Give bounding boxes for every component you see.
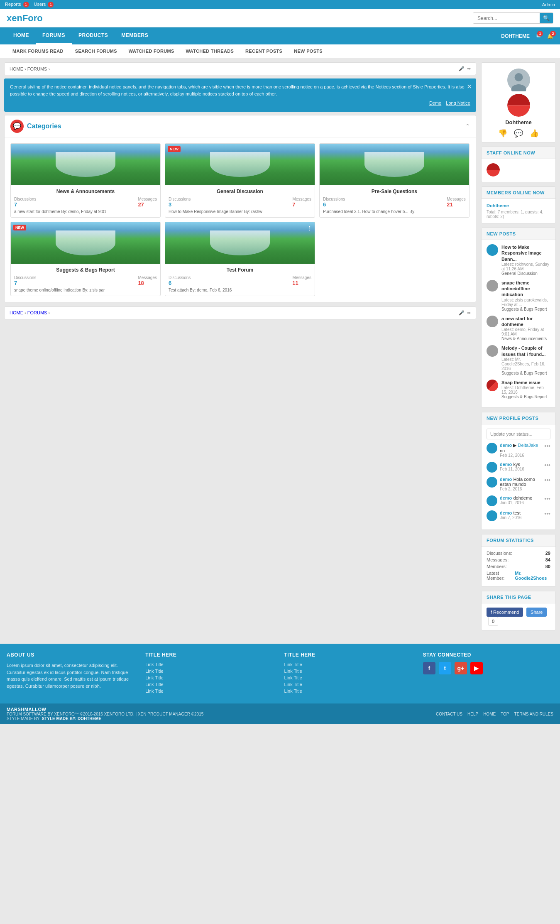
thumbs-up-icon[interactable]: 👍: [530, 129, 539, 138]
top-link[interactable]: TOP: [501, 712, 509, 716]
googleplus-icon[interactable]: g+: [455, 662, 467, 674]
footer-col3-link-2[interactable]: Link Title: [284, 675, 415, 680]
forum-card-latest-4: Test attach By: demo, Feb 6, 2016: [169, 288, 311, 292]
users-badge: 1: [48, 2, 54, 7]
user-profile-area: Dohtheme 👎 💬 👍: [482, 63, 555, 142]
post-title-4[interactable]: Snap theme issue: [501, 380, 550, 385]
categories-header-left: 💬 Categories: [10, 120, 61, 133]
forum-card-title-4[interactable]: Test Forum: [169, 267, 311, 273]
profile-post-dots-4[interactable]: •••: [544, 510, 550, 517]
forum-card-stats-2: Discussions 6 Messages 21: [323, 197, 466, 208]
notice-close-button[interactable]: ✕: [467, 82, 472, 92]
profile-post-text-2: demo Hola como estan mundo: [500, 477, 542, 487]
members-online-name[interactable]: Dohtheme: [487, 203, 550, 208]
post-meta-3: Latest: Mr. Goodie2Shoes, Feb 16, 2016: [501, 357, 550, 371]
post-title-2[interactable]: a new start for dohtheme: [501, 316, 550, 328]
terms-link[interactable]: TERMS AND RULES: [514, 712, 553, 716]
categories-header: 💬 Categories ⌃: [5, 115, 476, 137]
staff-online-body: [482, 159, 555, 182]
forum-discussions-4: 6: [169, 280, 191, 286]
subnav-new-posts[interactable]: NEW POSTS: [288, 44, 328, 58]
main-nav-right: DOHTHEME ✉ 1 🔔 2: [501, 33, 553, 39]
nav-home[interactable]: HOME: [7, 27, 36, 44]
forum-card-body-2: Pre-Sale Questions Discussions 6 Message…: [320, 185, 469, 217]
help-link[interactable]: HELP: [467, 712, 478, 716]
footer-col3-link-3[interactable]: Link Title: [284, 682, 415, 687]
avatar: [507, 94, 530, 117]
post-title-1[interactable]: snape theme online/offline indication: [501, 280, 550, 298]
nav-forums[interactable]: FORUMS: [36, 27, 72, 44]
message-icon[interactable]: 💬: [514, 129, 523, 138]
forum-card-latest-2: Purchased Ideal 2.1. How to change hover…: [323, 209, 466, 214]
footer-col3-link-4[interactable]: Link Title: [284, 689, 415, 694]
bottom-bar: MARSHMALLOW FORUM SOFTWARE BY XENFORO™ ©…: [0, 703, 560, 724]
thumbs-down-icon[interactable]: 👎: [498, 129, 507, 138]
contact-us-link[interactable]: CONTACT US: [436, 712, 462, 716]
youtube-icon[interactable]: ▶: [470, 662, 483, 674]
post-title-3[interactable]: Melody - Couple of issues that i found..…: [501, 345, 550, 357]
footer-col2-link-3[interactable]: Link Title: [145, 682, 276, 687]
footer-col2-link-0[interactable]: Link Title: [145, 662, 276, 667]
categories-title: Categories: [27, 123, 61, 130]
twitter-icon[interactable]: t: [439, 662, 451, 674]
search-input[interactable]: [473, 13, 540, 23]
subnav-mark-read[interactable]: MARK FORUMS READ: [7, 44, 69, 58]
breadcrumb-forums[interactable]: FORUMS: [27, 66, 47, 71]
forum-card-title-0[interactable]: News & Announcements: [14, 189, 157, 194]
forum-card-menu-4[interactable]: ⋮: [307, 225, 312, 231]
users-link[interactable]: Users 1: [34, 2, 54, 7]
footer-col2-link-2[interactable]: Link Title: [145, 675, 276, 680]
user-profile-box: Dohtheme 👎 💬 👍: [481, 62, 556, 142]
status-input[interactable]: [487, 429, 550, 439]
profile-post-text-4: demo test: [500, 510, 542, 515]
forum-card-image-2: [320, 144, 469, 185]
profile-post-dots-0[interactable]: •••: [544, 443, 550, 449]
profile-post-dots-3[interactable]: •••: [544, 495, 550, 502]
forum-card-title-3[interactable]: Suggests & Bugs Report: [14, 267, 157, 273]
new-profile-posts-body: demo ▶ DeltaJake nn Feb 12, 2016 ••• dem…: [482, 424, 555, 529]
breadcrumb: HOME › FORUMS › 🎤 ➡: [4, 62, 476, 75]
facebook-icon[interactable]: f: [423, 662, 435, 674]
alerts-icon-wrap[interactable]: 🔔 2: [547, 33, 553, 39]
footer-col2-link-4[interactable]: Link Title: [145, 689, 276, 694]
reports-link[interactable]: Reports 1: [5, 2, 29, 7]
notice-long-link[interactable]: Long Notice: [446, 100, 470, 105]
breadcrumb-home[interactable]: HOME: [10, 66, 23, 71]
footer-breadcrumb-forums[interactable]: FORUMS: [27, 310, 47, 315]
footer-breadcrumb: HOME › FORUMS › 🎤 ➡: [4, 306, 476, 319]
subnav-search[interactable]: SEARCH FORUMS: [69, 44, 123, 58]
nav-products[interactable]: PRODUCTS: [72, 27, 115, 44]
forum-stats-body: Discussions: 29 Messages: 84 Members: 80…: [482, 547, 555, 586]
search-button[interactable]: 🔍: [540, 13, 553, 23]
footer-col3-link-0[interactable]: Link Title: [284, 662, 415, 667]
share-button[interactable]: Share: [526, 608, 547, 617]
post-avatar-4: [487, 380, 498, 391]
nav-members[interactable]: MEMBERS: [115, 27, 155, 44]
notice-demo-link[interactable]: Demo: [429, 100, 441, 105]
profile-post-dots-1[interactable]: •••: [544, 462, 550, 468]
subnav-watched-threads[interactable]: WATCHED THREADS: [180, 44, 240, 58]
footer-arrow-icon: ➡: [467, 310, 471, 316]
profile-post-date-4: Jan 7, 2016: [500, 515, 542, 520]
categories-collapse-button[interactable]: ⌃: [465, 123, 470, 129]
main-container: HOME › FORUMS › 🎤 ➡ ✕ General styling of…: [0, 58, 560, 639]
forum-card-title-1[interactable]: General Discussion: [169, 189, 311, 194]
post-title-0[interactable]: How to Make Responsive Image Bann...: [501, 244, 550, 262]
subnav-recent-posts[interactable]: RECENT POSTS: [240, 44, 288, 58]
footer-col2-title: TITLE HERE: [145, 652, 276, 658]
profile-post-dots-2[interactable]: •••: [544, 477, 550, 483]
messages-icon-wrap[interactable]: ✉ 1: [536, 33, 540, 39]
home-link[interactable]: HOME: [483, 712, 496, 716]
facebook-recommend-button[interactable]: f Recommend: [487, 608, 523, 617]
footer-col2-link-1[interactable]: Link Title: [145, 669, 276, 674]
post-avatar-2: [487, 316, 498, 327]
footer-col3-link-1[interactable]: Link Title: [284, 669, 415, 674]
forum-card-title-2[interactable]: Pre-Sale Questions: [323, 189, 466, 194]
footer-breadcrumb-home[interactable]: HOME: [10, 310, 23, 315]
logo[interactable]: xenForo: [7, 13, 43, 24]
profile-avatar-3: [487, 495, 497, 506]
style-name: MARSHMALLOW: [7, 707, 203, 712]
post-meta-4: Latest: Dohtheme, Feb 15, 2016: [501, 385, 550, 395]
profile-post-text-0: demo ▶ DeltaJake nn: [500, 443, 542, 453]
subnav-watched-forums[interactable]: WATCHED FORUMS: [123, 44, 180, 58]
